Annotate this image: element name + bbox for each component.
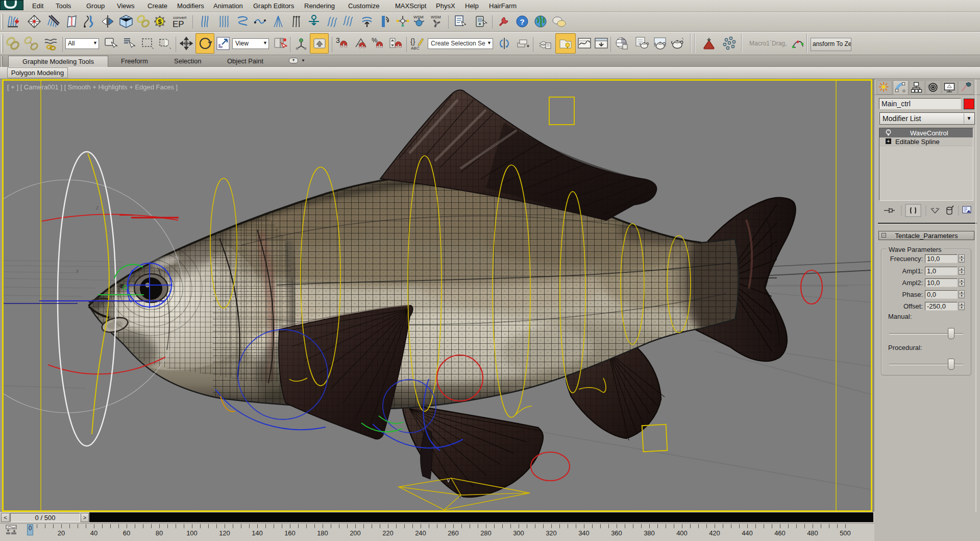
svg-text:ABC: ABC [411, 46, 420, 51]
svg-text:{}: {} [410, 37, 415, 45]
svg-text:EP: EP [173, 19, 184, 29]
svg-text:z: z [96, 204, 99, 210]
svg-text:%: % [372, 36, 378, 44]
svg-text:[ + ] [ Camera001 ] [ Smooth +: [ + ] [ Camera001 ] [ Smooth + Highlight… [7, 83, 178, 91]
svg-text:$: $ [158, 18, 162, 26]
svg-text:WSM: WSM [413, 15, 424, 19]
svg-text:x: x [76, 268, 79, 274]
svg-text:WSM: WSM [431, 15, 441, 19]
svg-text:?: ? [520, 17, 524, 26]
svg-text:v: v [447, 478, 450, 483]
svg-text:3: 3 [336, 36, 340, 44]
